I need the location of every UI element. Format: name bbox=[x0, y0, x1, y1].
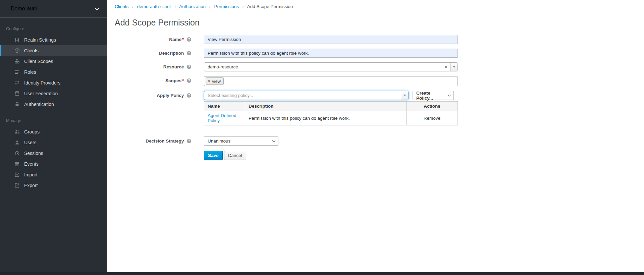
sidebar-item-label: Sessions bbox=[24, 151, 43, 156]
import-icon bbox=[14, 172, 20, 177]
section-label-configure: Configure bbox=[0, 18, 107, 35]
cancel-button[interactable]: Cancel bbox=[224, 151, 246, 160]
calendar-icon bbox=[14, 161, 20, 167]
realm-selector[interactable]: Demo-auth bbox=[0, 0, 107, 18]
scopes-label: Scopes* ? bbox=[115, 76, 204, 85]
select-existing-policy-input[interactable]: Select existing policy... bbox=[204, 91, 409, 100]
chevron-down-icon bbox=[448, 93, 451, 96]
scope-chip: × view bbox=[206, 77, 224, 85]
page-title: Add Scope Permission bbox=[115, 18, 644, 28]
sidebar-item-label: Realm Settings bbox=[24, 37, 56, 43]
sidebar-item-label: Client Scopes bbox=[24, 59, 53, 64]
sidebar-item-client-scopes[interactable]: Client Scopes bbox=[0, 56, 107, 67]
help-icon[interactable]: ? bbox=[187, 139, 191, 143]
help-icon[interactable]: ? bbox=[187, 65, 191, 69]
create-policy-select[interactable]: Create Policy... bbox=[413, 91, 454, 100]
form-row-description: Description ? bbox=[115, 49, 644, 58]
sidebar-item-realm-settings[interactable]: Realm Settings bbox=[0, 35, 107, 45]
sidebar-item-identity-providers[interactable]: Identity Providers bbox=[0, 77, 107, 88]
resource-dropdown-button[interactable] bbox=[450, 63, 458, 71]
sidebar-item-export[interactable]: Export bbox=[0, 180, 107, 191]
name-label: Name* ? bbox=[115, 35, 204, 44]
help-icon[interactable]: ? bbox=[187, 37, 191, 42]
sidebar-item-label: Clients bbox=[24, 48, 39, 53]
decision-strategy-label: Decision Strategy ? bbox=[115, 136, 204, 146]
sidebar-item-label: Groups bbox=[24, 129, 40, 134]
sidebar-item-sessions[interactable]: Sessions bbox=[0, 148, 107, 159]
column-header-name: Name bbox=[204, 102, 245, 111]
resource-selected-value: demo-resource bbox=[204, 64, 442, 69]
sidebar: Demo-auth Configure Realm Settings Clien… bbox=[0, 0, 107, 275]
sidebar-item-groups[interactable]: Groups bbox=[0, 126, 107, 137]
sidebar-item-authentication[interactable]: Authentication bbox=[0, 99, 107, 110]
name-input[interactable] bbox=[204, 35, 458, 44]
policy-name-link[interactable]: Agent Defined Policy bbox=[208, 113, 236, 123]
sidebar-item-import[interactable]: Import bbox=[0, 169, 107, 180]
cubes-icon bbox=[14, 59, 20, 64]
policy-description-cell: Permission with this policy can do agent… bbox=[245, 111, 407, 125]
sidebar-item-user-federation[interactable]: User Federation bbox=[0, 88, 107, 99]
dropdown-arrow-icon bbox=[404, 95, 406, 96]
database-icon bbox=[14, 91, 20, 96]
apply-policy-controls: Select existing policy... Create Policy.… bbox=[204, 91, 458, 100]
form-row-scopes: Scopes* ? × view bbox=[115, 76, 644, 86]
breadcrumb-separator: › bbox=[243, 4, 244, 9]
breadcrumb-authorization[interactable]: Authorization bbox=[179, 4, 206, 9]
sidebar-item-label: Authentication bbox=[24, 102, 54, 107]
sidebar-item-label: Users bbox=[24, 140, 37, 145]
help-icon[interactable]: ? bbox=[187, 93, 191, 98]
cube-icon bbox=[14, 48, 20, 53]
scopes-multiselect[interactable]: × view bbox=[204, 76, 458, 86]
keycloak-admin-console: Demo-auth Configure Realm Settings Clien… bbox=[0, 0, 644, 275]
create-policy-label: Create Policy... bbox=[416, 91, 444, 101]
sidebar-item-roles[interactable]: Roles bbox=[0, 67, 107, 77]
breadcrumb-demo-auth-client[interactable]: demo-auth-client bbox=[137, 4, 171, 9]
sidebar-item-users[interactable]: Users bbox=[0, 137, 107, 148]
sliders-icon bbox=[14, 37, 20, 43]
table-row: Agent Defined Policy Permission with thi… bbox=[204, 111, 458, 125]
sidebar-item-events[interactable]: Events bbox=[0, 159, 107, 169]
save-button[interactable]: Save bbox=[204, 151, 223, 160]
apply-policy-label: Apply Policy ? bbox=[115, 91, 204, 100]
scope-chip-label: view bbox=[212, 79, 221, 84]
help-icon[interactable]: ? bbox=[187, 51, 191, 55]
required-asterisk: * bbox=[182, 78, 184, 83]
decision-strategy-select[interactable]: Unanimous bbox=[204, 136, 278, 146]
sidebar-item-label: User Federation bbox=[24, 91, 58, 96]
resource-select[interactable]: demo-resource × bbox=[204, 62, 458, 71]
add-scope-permission-form: Name* ? Description ? Resource ? bbox=[115, 35, 644, 160]
breadcrumb-permissions[interactable]: Permissions bbox=[214, 4, 239, 9]
bottom-bar bbox=[0, 272, 644, 275]
breadcrumb-separator: › bbox=[174, 4, 176, 9]
section-label-manage: Manage bbox=[0, 110, 107, 126]
sidebar-item-label: Roles bbox=[24, 69, 36, 75]
help-icon[interactable]: ? bbox=[187, 78, 191, 83]
breadcrumb-current: Add Scope Permission bbox=[247, 4, 293, 9]
sidebar-item-label: Events bbox=[24, 161, 39, 167]
chevron-down-icon bbox=[95, 6, 99, 10]
clear-selection-icon[interactable]: × bbox=[442, 64, 450, 70]
remove-policy-button[interactable]: Remove bbox=[424, 116, 440, 121]
users-icon bbox=[14, 129, 20, 134]
applied-policies-table: Name Description Actions Agent Defined P… bbox=[204, 101, 458, 125]
description-input[interactable] bbox=[204, 49, 458, 58]
decision-strategy-value: Unanimous bbox=[208, 139, 230, 144]
column-header-actions: Actions bbox=[407, 102, 458, 111]
dropdown-arrow-icon bbox=[453, 66, 455, 68]
form-actions: Save Cancel bbox=[115, 151, 644, 160]
form-row-apply-policy: Apply Policy ? Select existing policy...… bbox=[115, 91, 644, 125]
column-header-description: Description bbox=[245, 102, 407, 111]
sidebar-item-label: Import bbox=[24, 172, 38, 177]
remove-chip-icon[interactable]: × bbox=[208, 79, 210, 84]
exchange-icon bbox=[14, 80, 20, 86]
user-icon bbox=[14, 140, 20, 145]
lock-icon bbox=[14, 102, 20, 107]
list-icon bbox=[14, 69, 20, 75]
realm-name: Demo-auth bbox=[11, 6, 37, 12]
policy-dropdown-button[interactable] bbox=[401, 91, 408, 100]
table-header-row: Name Description Actions bbox=[204, 102, 458, 111]
sidebar-item-label: Identity Providers bbox=[24, 80, 60, 86]
breadcrumb-clients[interactable]: Clients bbox=[115, 4, 128, 9]
sidebar-item-clients[interactable]: Clients bbox=[0, 45, 107, 56]
export-icon bbox=[14, 183, 20, 188]
